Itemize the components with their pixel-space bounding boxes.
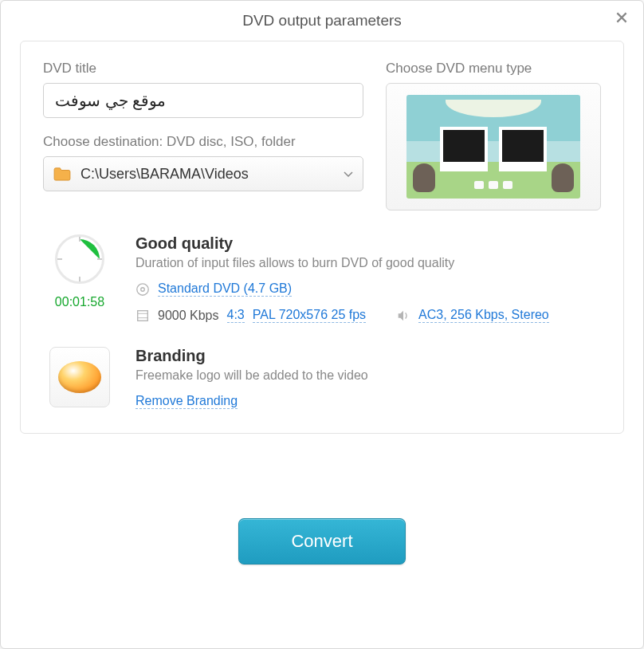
dvd-title-label: DVD title — [43, 61, 363, 77]
duration-value: 00:01:58 — [55, 295, 104, 309]
disc-icon — [135, 282, 150, 297]
branding-icon — [49, 347, 110, 407]
format-row: 9000 Kbps 4:3 PAL 720x576 25 fps AC3, 25… — [135, 308, 601, 323]
remove-branding-link[interactable]: Remove Branding — [135, 394, 238, 409]
convert-button[interactable]: Convert — [238, 518, 406, 564]
dialog-window: DVD output parameters DVD title Choose d… — [0, 0, 644, 649]
quality-heading: Good quality — [135, 234, 601, 253]
bitrate-value: 9000 Kbps — [158, 309, 219, 323]
svg-point-0 — [137, 283, 148, 294]
film-icon — [135, 309, 150, 323]
svg-rect-2 — [138, 310, 148, 321]
disc-type-row: Standard DVD (4.7 GB) — [135, 281, 601, 297]
content-panel: DVD title Choose destination: DVD disc, … — [20, 41, 624, 434]
svg-point-1 — [141, 287, 145, 291]
disc-type-link[interactable]: Standard DVD (4.7 GB) — [158, 281, 292, 297]
top-row: DVD title Choose destination: DVD disc, … — [43, 61, 601, 210]
destination-dropdown[interactable]: C:\Users\BARAMA\Videos — [43, 156, 363, 191]
dvd-title-input[interactable] — [43, 83, 363, 118]
clock-icon — [55, 234, 104, 284]
branding-link-row: Remove Branding — [135, 394, 601, 409]
aspect-link[interactable]: 4:3 — [227, 308, 245, 323]
titlebar: DVD output parameters — [1, 1, 643, 41]
branding-icon-box — [43, 347, 116, 407]
menu-type-label: Choose DVD menu type — [386, 61, 601, 77]
branding-body: Branding Freemake logo will be added to … — [135, 347, 601, 409]
branding-heading: Branding — [135, 347, 601, 365]
branding-section: Branding Freemake logo will be added to … — [43, 347, 601, 409]
quality-description: Duration of input files allows to burn D… — [135, 256, 601, 270]
audio-format-link[interactable]: AC3, 256 Kbps, Stereo — [418, 308, 549, 323]
menu-thumbnail — [406, 95, 580, 199]
close-icon — [615, 10, 629, 25]
menu-type-selector[interactable] — [386, 83, 601, 210]
close-button[interactable] — [615, 10, 629, 29]
speaker-icon — [396, 309, 410, 323]
footer: Convert — [1, 434, 643, 648]
right-column: Choose DVD menu type — [386, 61, 601, 210]
quality-body: Good quality Duration of input files all… — [135, 234, 601, 323]
branding-description: Freemake logo will be added to the video — [135, 368, 601, 383]
destination-label: Choose destination: DVD disc, ISO, folde… — [43, 134, 363, 150]
chevron-down-icon — [344, 167, 353, 181]
video-format-link[interactable]: PAL 720x576 25 fps — [253, 308, 366, 323]
window-title: DVD output parameters — [242, 12, 402, 30]
left-column: DVD title Choose destination: DVD disc, … — [43, 61, 363, 210]
quality-section: 00:01:58 Good quality Duration of input … — [43, 234, 601, 323]
duration-block: 00:01:58 — [43, 234, 116, 309]
folder-icon — [53, 167, 71, 181]
destination-path: C:\Users\BARAMA\Videos — [80, 166, 249, 183]
